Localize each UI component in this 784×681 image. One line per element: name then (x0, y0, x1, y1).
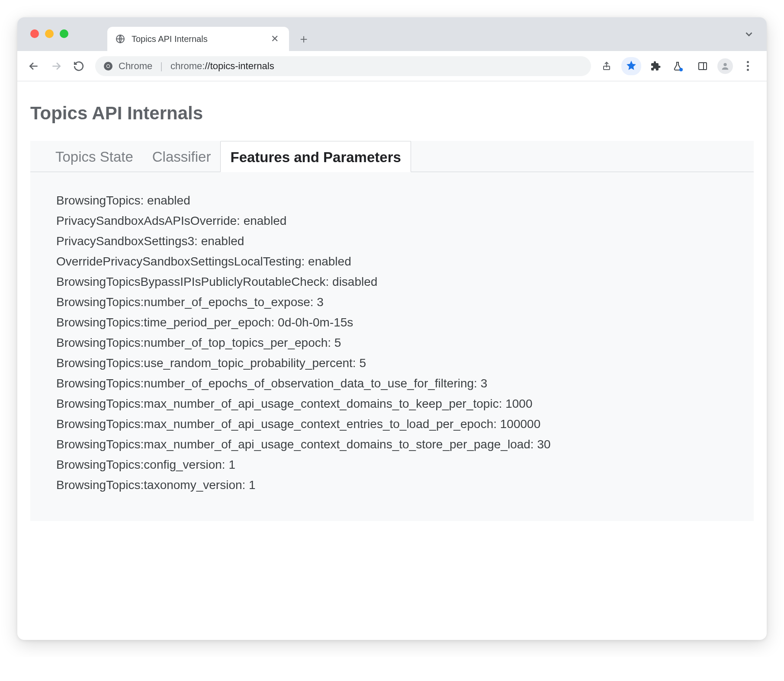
reload-button[interactable] (69, 57, 88, 76)
window-controls (30, 29, 68, 38)
toolbar: Chrome | chrome://topics-internals (17, 51, 767, 81)
bookmark-button[interactable] (621, 57, 641, 75)
tab-panel: Topics State Classifier Features and Par… (30, 141, 754, 521)
share-icon[interactable] (598, 58, 615, 75)
omnibox-label: Chrome (119, 61, 152, 72)
feature-row: BrowsingTopics:number_of_epochs_of_obser… (56, 373, 754, 393)
svg-rect-7 (699, 63, 707, 70)
feature-row: BrowsingTopics:use_random_topic_probabil… (56, 353, 754, 373)
star-icon (626, 60, 637, 73)
address-bar[interactable]: Chrome | chrome://topics-internals (95, 56, 591, 76)
page-content: Topics API Internals Topics State Classi… (17, 81, 767, 534)
close-tab-button[interactable]: ✕ (268, 32, 281, 46)
feature-row: PrivacySandboxAdsAPIsOverride: enabled (56, 211, 754, 231)
feature-row: BrowsingTopics: enabled (56, 190, 754, 211)
feature-row: BrowsingTopics:number_of_top_topics_per_… (56, 333, 754, 353)
tab-title: Topics API Internals (132, 34, 262, 44)
forward-button[interactable] (47, 57, 66, 76)
tab-classifier[interactable]: Classifier (143, 141, 221, 172)
feature-row: BrowsingTopics:config_version: 1 (56, 454, 754, 475)
close-window-button[interactable] (30, 29, 39, 38)
globe-icon (115, 34, 125, 44)
feature-row: BrowsingTopicsBypassIPIsPubliclyRoutable… (56, 272, 754, 292)
features-list: BrowsingTopics: enabled PrivacySandboxAd… (30, 172, 754, 495)
toolbar-actions (598, 57, 760, 75)
chrome-icon (103, 61, 113, 71)
feature-row: BrowsingTopics:number_of_epochs_to_expos… (56, 292, 754, 312)
feature-row: OverridePrivacySandboxSettingsLocalTesti… (56, 251, 754, 272)
url-scheme: chrome: (170, 61, 205, 71)
feature-row: BrowsingTopics:max_number_of_api_usage_c… (56, 393, 754, 414)
new-tab-button[interactable]: ＋ (294, 29, 313, 48)
tab-topics-state[interactable]: Topics State (46, 141, 143, 172)
minimize-window-button[interactable] (45, 29, 54, 38)
url-path: //topics-internals (205, 61, 274, 71)
titlebar: Topics API Internals ✕ ＋ (17, 17, 767, 51)
back-button[interactable] (24, 57, 43, 76)
tab-features-and-parameters[interactable]: Features and Parameters (220, 141, 411, 172)
profile-avatar[interactable] (717, 58, 733, 74)
feature-row: BrowsingTopics:max_number_of_api_usage_c… (56, 414, 754, 434)
browser-window: Topics API Internals ✕ ＋ Chrome | chrome… (17, 17, 767, 640)
browser-tab[interactable]: Topics API Internals ✕ (107, 27, 289, 51)
feature-row: PrivacySandboxSettings3: enabled (56, 231, 754, 251)
omnibox-separator: | (160, 61, 163, 72)
tabs-dropdown-button[interactable] (743, 29, 755, 42)
feature-row: BrowsingTopics:max_number_of_api_usage_c… (56, 434, 754, 454)
feature-row: BrowsingTopics:time_period_per_epoch: 0d… (56, 312, 754, 333)
labs-icon[interactable] (671, 58, 688, 75)
page-title: Topics API Internals (30, 103, 754, 124)
menu-button[interactable] (739, 58, 756, 75)
feature-row: BrowsingTopics:taxonomy_version: 1 (56, 475, 754, 495)
svg-point-5 (107, 65, 109, 67)
maximize-window-button[interactable] (60, 29, 68, 38)
side-panel-icon[interactable] (694, 58, 711, 75)
svg-point-9 (723, 63, 726, 66)
extensions-icon[interactable] (647, 58, 665, 75)
tab-row: Topics State Classifier Features and Par… (30, 141, 754, 172)
